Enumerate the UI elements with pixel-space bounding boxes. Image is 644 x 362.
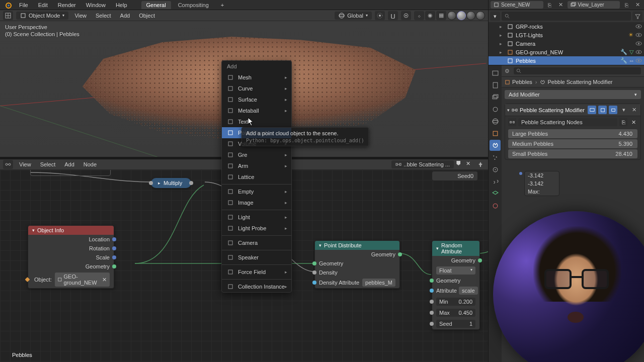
overlay-toggle[interactable]: ◉ xyxy=(425,11,435,20)
menu-edit[interactable]: Edit xyxy=(34,1,52,9)
add-item-text[interactable]: Text xyxy=(222,116,291,127)
vp-menu-add[interactable]: Add xyxy=(117,12,133,20)
modifier-show-render[interactable] xyxy=(609,106,617,114)
close-icon[interactable]: ✕ xyxy=(466,160,474,168)
close-icon[interactable]: ✕ xyxy=(556,1,566,9)
ne-menu-node[interactable]: Node xyxy=(80,160,100,168)
disclosure-icon[interactable]: ▸ xyxy=(500,24,505,29)
add-modifier-button[interactable]: Add Modifier ▾ xyxy=(505,90,641,99)
proportional-button[interactable] xyxy=(401,11,411,20)
outliner-display-mode[interactable]: ▾ xyxy=(490,12,500,21)
add-item-gre[interactable]: Gre▸ xyxy=(222,149,291,160)
eye-icon[interactable] xyxy=(635,40,642,47)
node-header[interactable]: ▾Point Distribute xyxy=(315,241,399,250)
vp-menu-object[interactable]: Object xyxy=(136,12,158,20)
workspace-tab-add[interactable]: + xyxy=(216,1,229,9)
add-item-surface[interactable]: Surface▸ xyxy=(222,94,291,105)
nodegroup-datablock[interactable]: ..bble Scattering ... xyxy=(391,160,454,168)
disclosure-icon[interactable]: ▸ xyxy=(500,50,505,55)
tab-particles[interactable] xyxy=(490,152,501,163)
add-item-arm[interactable]: Arm▸ xyxy=(222,160,291,171)
outliner-row-grp-rocks[interactable]: ▸GRP-rocks xyxy=(489,22,644,31)
add-item-force-field[interactable]: Force Field▸ xyxy=(222,266,291,278)
close-icon[interactable]: ✕ xyxy=(102,277,107,283)
add-item-camera[interactable]: Camera xyxy=(222,237,291,248)
snap-button[interactable] xyxy=(388,11,398,20)
tab-data[interactable] xyxy=(490,188,501,199)
menu-window[interactable]: Window xyxy=(82,1,110,9)
modifier-show-editmode[interactable] xyxy=(598,106,607,114)
node-frame-empty[interactable] xyxy=(30,170,111,176)
add-item-image[interactable]: Image▸ xyxy=(222,197,291,208)
shading-solid[interactable] xyxy=(457,11,466,20)
filter-icon[interactable] xyxy=(632,12,642,21)
editor-type-button[interactable] xyxy=(3,11,13,20)
node-object-info[interactable]: ▾Object Info Location Rotation Scale Geo… xyxy=(28,225,114,289)
outliner-row-lgt-lights[interactable]: ▸LGT-Lights☀ xyxy=(489,31,644,39)
editor-type-button[interactable] xyxy=(3,160,13,169)
modifier-input-large-pebbles[interactable]: Large Pebbles4.430 xyxy=(508,129,637,138)
add-item-light-probe[interactable]: Light Probe▸ xyxy=(222,223,291,234)
tab-render[interactable] xyxy=(490,67,501,78)
tab-output[interactable] xyxy=(490,79,501,90)
tab-object[interactable] xyxy=(490,128,501,139)
node-seed-fragment[interactable]: Seed0 xyxy=(432,171,478,181)
tab-modifiers[interactable] xyxy=(490,140,501,151)
scene-datablock[interactable]: Scene_NEW xyxy=(491,1,543,9)
transform-orientation[interactable]: Global ▾ xyxy=(335,12,372,20)
outliner-row-camera[interactable]: ▸Camera xyxy=(489,39,644,48)
object-picker-field[interactable]: GEO-ground_NEW ✕ xyxy=(55,273,110,287)
eye-icon[interactable] xyxy=(635,49,642,55)
gizmo-toggle[interactable]: ⬦ xyxy=(414,11,424,20)
datatype-select[interactable]: Float▾ xyxy=(436,266,475,275)
add-item-collection-instance[interactable]: Collection Instance▸ xyxy=(222,281,291,292)
shading-matprev[interactable] xyxy=(466,11,475,20)
tab-physics[interactable] xyxy=(490,164,501,175)
shading-rendered[interactable] xyxy=(476,11,485,20)
nodegroup-name-field[interactable]: Pebble Scattering Nodes xyxy=(518,118,617,126)
new-scene-icon[interactable]: ⎘ xyxy=(545,1,554,9)
add-item-lattice[interactable]: Lattice xyxy=(222,171,291,183)
disclosure-icon[interactable]: ▸ xyxy=(500,33,505,38)
eye-icon[interactable] xyxy=(635,57,642,64)
outliner-search[interactable] xyxy=(502,12,631,21)
node-vector-fragment[interactable]: -3.142 -3.142 Max: xyxy=(524,171,559,196)
options-icon[interactable]: ⚙ xyxy=(505,68,510,74)
modifier-show-viewport[interactable] xyxy=(588,106,596,114)
eye-icon[interactable] xyxy=(635,23,642,30)
node-header[interactable]: ▾Object Info xyxy=(28,226,114,235)
new-layer-icon[interactable]: ⎘ xyxy=(622,1,631,9)
node-multiply[interactable]: ▸ Multiply xyxy=(151,178,191,188)
disclosure-icon[interactable]: ▸ xyxy=(500,41,505,46)
tab-constraints[interactable] xyxy=(490,176,501,187)
breadcrumb-modifier[interactable]: Pebble Scattering Modifier xyxy=(540,79,612,85)
eye-icon[interactable] xyxy=(635,32,642,38)
modifier-input-small-pebbles[interactable]: Small Pebbles28.410 xyxy=(508,149,637,158)
node-random-attribute[interactable]: ▾Random Attribute Geometry Float▾ Geomet… xyxy=(432,240,480,330)
add-item-speaker[interactable]: Speaker xyxy=(222,252,291,263)
shield-icon[interactable]: ⛊ xyxy=(456,160,464,168)
nodetree-browse[interactable] xyxy=(508,118,516,126)
outliner-row-pebbles[interactable]: Pebbles🔧◦◦ xyxy=(489,56,644,65)
add-item-empty[interactable]: Empty▸ xyxy=(222,186,291,197)
xray-toggle[interactable]: ▦ xyxy=(436,11,446,20)
tab-scene[interactable] xyxy=(490,104,501,115)
object-mode-select[interactable]: Object Mode ▾ xyxy=(16,12,68,20)
shading-wireframe[interactable] xyxy=(447,11,456,20)
menu-help[interactable]: Help xyxy=(112,1,131,9)
menu-file[interactable]: File xyxy=(15,1,32,9)
add-item-metaball[interactable]: Metaball▸ xyxy=(222,105,291,116)
new-icon[interactable]: ⎘ xyxy=(619,118,627,126)
pivot-button[interactable] xyxy=(375,11,385,20)
viewlayer-datablock[interactable]: View_Layer xyxy=(568,1,620,9)
pin-icon[interactable] xyxy=(476,160,485,169)
close-icon[interactable]: ✕ xyxy=(629,118,637,126)
properties-search[interactable] xyxy=(514,67,641,74)
ne-menu-select[interactable]: Select xyxy=(37,160,59,168)
modifier-header[interactable]: ▾ Pebble Scattering Modifier ▾ ✕ xyxy=(505,104,640,116)
modifier-extras[interactable]: ▾ xyxy=(619,106,628,114)
modifier-input-medium-pebbles[interactable]: Medium Pebbles5.390 xyxy=(508,139,637,148)
ne-menu-add[interactable]: Add xyxy=(61,160,77,168)
node-header[interactable]: ▾Random Attribute xyxy=(432,241,479,256)
breadcrumb-object[interactable]: Pebbles xyxy=(505,79,532,85)
